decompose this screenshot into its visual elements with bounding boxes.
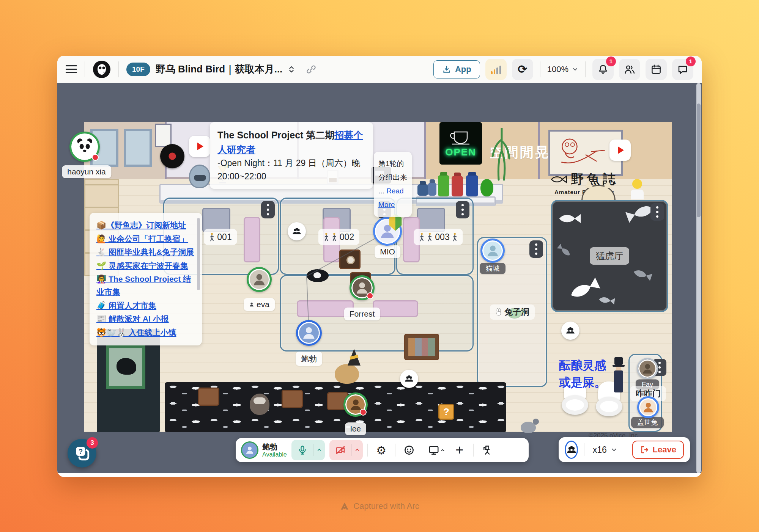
robot-barista-decor (189, 165, 210, 188)
youtube-play-button[interactable] (189, 136, 210, 157)
school-project-note[interactable]: The School Project 第二期招募个人研究者 -Open Nigh… (210, 122, 373, 189)
map-note-link[interactable]: 🙋 业余公司「打工换宿」 (96, 232, 197, 245)
mic-options-caret[interactable] (313, 444, 325, 456)
neon-open-sign: OPEN (439, 122, 482, 165)
avatar-name-label: 鲍勃 (296, 352, 322, 366)
calendar-icon (650, 64, 662, 75)
person-avatar-icon (252, 272, 267, 287)
note-title: The School Project 第二期 (217, 130, 334, 140)
kettle-decor (428, 183, 436, 196)
workspace-logo-icon[interactable] (93, 60, 111, 78)
map-scrollbar-thumb[interactable] (697, 104, 701, 217)
notifications-badge: 1 (606, 56, 616, 66)
self-profile[interactable]: 鲍勃 Available (241, 441, 287, 459)
avatar-name-label: 盖世兔 (631, 417, 664, 428)
youtube-play-button[interactable] (609, 140, 631, 161)
mic-muted-dot (360, 409, 367, 416)
note-scrollbar-thumb[interactable] (197, 218, 200, 290)
screen-share-button[interactable] (428, 441, 446, 459)
table-number: 001 (217, 232, 231, 242)
avatar-forrest[interactable] (350, 275, 375, 300)
fish-silhouette-icon (555, 242, 573, 259)
floor-badge[interactable]: 10F (126, 63, 150, 76)
signal-bars-icon (491, 64, 501, 74)
help-button[interactable]: ? 3 (68, 439, 96, 468)
map-note-link[interactable]: 🧳 闲置人才市集 (96, 299, 197, 312)
settings-button[interactable]: ⚙ (372, 441, 391, 459)
wood-table-decor (198, 388, 219, 406)
virtual-space-map[interactable]: OPEN 空間閒晃 野魚誌 Amateur Fieldnotes (57, 83, 702, 473)
hamburger-menu-button[interactable] (66, 65, 77, 74)
zone-menu-button[interactable] (456, 201, 469, 218)
screenshot-stage: 10F 野乌 Blind Bird｜获取本月... App ⟳ (0, 0, 759, 532)
zone-menu-button[interactable] (261, 201, 275, 218)
map-note-link[interactable]: 📦《野鱼志》订阅新地址 (96, 219, 197, 232)
person-avatar-icon (485, 243, 500, 258)
avatar-lee[interactable] (343, 392, 368, 417)
members-online-button[interactable] (565, 441, 578, 459)
pickle-mascot-decor (480, 179, 493, 196)
chat-button[interactable]: 1 (672, 59, 693, 80)
map-note-link[interactable]: 👩‍🏫 The School Project 结业市集 (96, 273, 197, 298)
avatar-haoyun-xia[interactable] (69, 132, 100, 162)
camera-button[interactable] (329, 440, 363, 460)
members-button[interactable] (619, 59, 640, 80)
zone-menu-button[interactable] (650, 203, 664, 221)
download-icon (442, 65, 451, 74)
note-line: 20:00~22:00 (217, 170, 365, 183)
map-links-note[interactable]: 📦《野鱼志》订阅新地址🙋 业余公司「打工换宿」🐇 图匪毕业典礼&兔子洞展🌱 灵感… (90, 213, 202, 345)
avatar-name-label: haoyun xia (62, 165, 111, 178)
window-decor (124, 129, 152, 167)
self-name: 鲍勃 (262, 443, 287, 451)
group-icon (566, 444, 577, 455)
walker-icon (452, 232, 458, 242)
ac-unit-decor (155, 124, 172, 147)
group-members-indicator[interactable] (288, 222, 306, 240)
grouping-note[interactable]: 第1轮的 分组出来 ... Read More (374, 152, 412, 217)
map-note-link[interactable]: 🐯🦭🐰 入住线上小镇 (96, 326, 197, 339)
zone-menu-button[interactable] (529, 240, 543, 258)
notifications-button[interactable]: 1 (592, 59, 614, 80)
toolbar-divider (585, 61, 586, 77)
raccoon-decor (250, 394, 269, 415)
plus-icon: + (455, 442, 463, 458)
calendar-button[interactable] (646, 59, 667, 80)
download-app-button[interactable]: App (433, 60, 480, 78)
inspiration-slogan: 酝酿灵感或是屎。 (559, 357, 606, 391)
walker-icon (427, 232, 432, 242)
leave-button[interactable]: Leave (632, 441, 684, 459)
map-note-link[interactable]: 📰 解散派对 AI 小报 (96, 312, 197, 325)
avatar-bob[interactable] (296, 320, 322, 346)
table-label-001: 001 (204, 229, 237, 245)
take-seat-button[interactable] (478, 441, 496, 459)
connection-signal-button[interactable] (485, 59, 507, 80)
avatar-mio[interactable] (373, 217, 402, 246)
fish-silhouette-icon (631, 266, 654, 283)
camera-options-caret[interactable] (351, 444, 363, 456)
reload-button[interactable]: ⟳ (512, 59, 533, 80)
reactions-button[interactable] (400, 441, 418, 459)
leave-label: Leave (653, 445, 676, 455)
speed-multiplier-dropdown[interactable]: x16 (593, 445, 617, 455)
avatar-maocheng[interactable] (480, 239, 505, 263)
zoom-level-dropdown[interactable]: 100% (547, 64, 578, 74)
add-object-button[interactable]: + (450, 441, 469, 459)
map-note-link[interactable]: 🐇 图匪毕业典礼&兔子洞展 (96, 246, 197, 259)
vinyl-record-decor (160, 144, 184, 168)
group-members-indicator[interactable] (561, 322, 579, 340)
table-number: 002 (340, 232, 354, 242)
avatar-eva[interactable] (247, 267, 272, 292)
toolbar-divider (540, 61, 540, 77)
avatar-fay[interactable] (637, 358, 658, 379)
copy-link-icon[interactable] (306, 64, 317, 75)
group-members-indicator[interactable] (400, 370, 418, 388)
map-note-link[interactable]: 🌱 灵感买家在宁波开春集 (96, 259, 197, 272)
floor-switcher-icon[interactable] (287, 65, 296, 74)
bar-divider (584, 443, 584, 456)
person-avatar-icon (301, 325, 317, 341)
booth-seat-decor (244, 217, 260, 262)
avatar-gaishitu[interactable] (637, 396, 659, 418)
toolbar-right-group: App ⟳ 100% (433, 59, 693, 80)
microphone-button[interactable] (291, 440, 325, 460)
thermos-red-decor (452, 176, 463, 196)
